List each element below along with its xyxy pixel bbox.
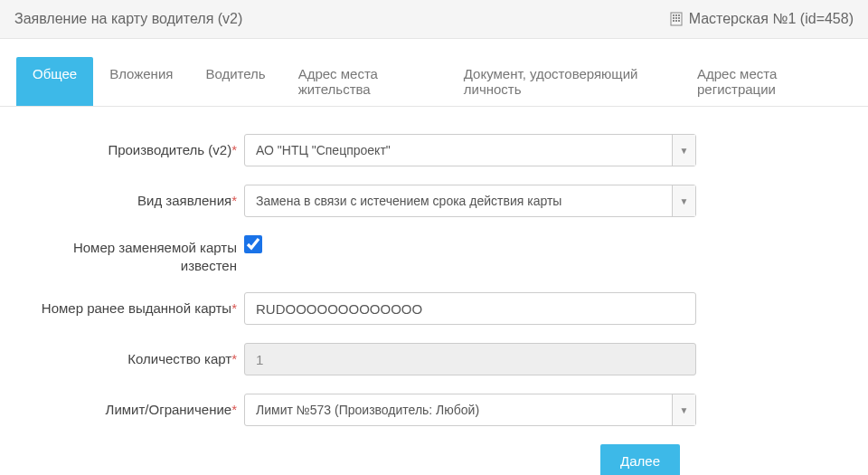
chevron-down-icon: ▼ [672,185,695,216]
select-request-type-value: Замена в связи с истечением срока действ… [256,194,561,208]
chevron-down-icon: ▼ [672,135,695,166]
svg-rect-5 [675,17,677,19]
label-manufacturer: Производитель (v2)* [16,141,244,159]
input-card-count [244,343,696,375]
svg-rect-2 [675,14,677,16]
tab-general[interactable]: Общее [16,57,93,106]
building-icon [669,12,684,26]
tabs-nav: Общее Вложения Водитель Адрес места жите… [0,57,868,107]
header-bar: Заявление на карту водителя (v2) Мастерс… [0,0,868,39]
label-known-number: Номер заменяемой карты известен [16,235,244,274]
chevron-down-icon: ▼ [672,394,695,425]
page-title: Заявление на карту водителя (v2) [14,11,242,27]
input-prev-card-number[interactable] [244,292,696,325]
tab-registration-address[interactable]: Адрес места регистрации [681,57,852,106]
select-request-type[interactable]: Замена в связи с истечением срока действ… [244,185,696,217]
workshop-label: Мастерская №1 (id=458) [689,11,854,27]
select-limit-value: Лимит №573 (Производитель: Любой) [256,403,479,417]
tab-identity-document[interactable]: Документ, удостоверяющий личность [448,57,681,106]
svg-rect-6 [678,17,680,19]
next-button[interactable]: Далее [600,444,680,475]
select-limit[interactable]: Лимит №573 (Производитель: Любой) ▼ [244,394,696,426]
select-manufacturer-value: АО "НТЦ "Спецпроект" [256,143,391,157]
form-general: Производитель (v2)* АО "НТЦ "Спецпроект"… [0,107,868,475]
svg-rect-4 [673,17,675,19]
checkbox-known-number[interactable] [244,235,262,253]
svg-rect-9 [678,20,680,22]
row-card-count: Количество карт* [16,343,852,375]
svg-rect-1 [673,14,675,16]
tab-driver[interactable]: Водитель [189,57,281,106]
row-request-type: Вид заявления* Замена в связи с истечени… [16,185,852,217]
svg-rect-7 [673,20,675,22]
select-manufacturer[interactable]: АО "НТЦ "Спецпроект" ▼ [244,134,696,166]
button-row: Далее [16,444,852,475]
label-request-type: Вид заявления* [16,192,244,210]
label-limit: Лимит/Ограничение* [16,401,244,419]
svg-rect-8 [675,20,677,22]
svg-rect-3 [678,14,680,16]
row-manufacturer: Производитель (v2)* АО "НТЦ "Спецпроект"… [16,134,852,166]
label-card-count: Количество карт* [16,350,244,368]
tab-residence-address[interactable]: Адрес места жительства [282,57,448,106]
row-limit: Лимит/Ограничение* Лимит №573 (Производи… [16,394,852,426]
label-prev-card-number: Номер ранее выданной карты* [16,299,244,318]
row-prev-card-number: Номер ранее выданной карты* [16,292,852,325]
tab-attachments[interactable]: Вложения [93,57,189,106]
row-known-number: Номер заменяемой карты известен [16,235,852,274]
workshop-info: Мастерская №1 (id=458) [669,11,854,27]
